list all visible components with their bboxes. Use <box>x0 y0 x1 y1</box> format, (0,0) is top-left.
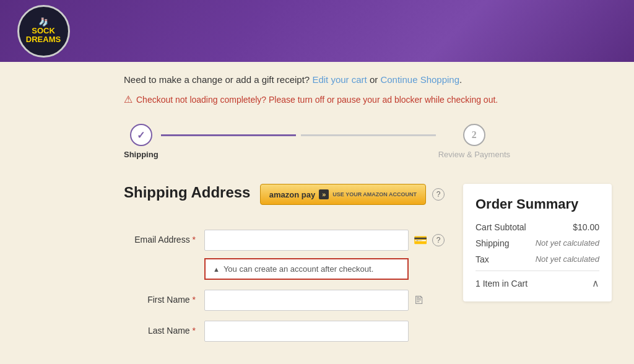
last-name-label: Last Name * <box>124 321 204 336</box>
logo-text: 🧦 SOCK DREAMS <box>26 18 61 45</box>
first-name-required-star: * <box>193 295 196 305</box>
left-section: Shipping Address amazon pay » USE YOUR A… <box>124 184 445 352</box>
cart-subtotal-label: Cart Subtotal <box>476 222 526 232</box>
logo-circle: 🧦 SOCK DREAMS <box>17 5 70 58</box>
step-1-number: ✓ <box>137 129 145 141</box>
cart-notice-or: or <box>370 74 378 85</box>
shipping-address-title: Shipping Address <box>124 184 250 201</box>
cart-notice-text-before: Need to make a change or add a gift rece… <box>124 74 310 85</box>
email-input-row: 💳 ? <box>204 230 445 251</box>
email-label: Email Address * <box>124 230 204 245</box>
first-name-field-wrapper: 🖹 <box>204 290 445 311</box>
email-help-button[interactable]: ? <box>432 234 445 246</box>
email-field-wrapper: 💳 ? ▲ You can create an account after ch… <box>204 230 445 280</box>
adblocker-warning-text: Checkout not loading completely? Please … <box>136 95 498 105</box>
amazon-logo-text: amazon pay <box>269 190 315 199</box>
adblocker-warning: ⚠ Checkout not loading completely? Pleas… <box>124 93 510 105</box>
logo-container: 🧦 SOCK DREAMS <box>12 6 74 56</box>
first-name-form-group: First Name * 🖹 <box>124 290 445 311</box>
email-required-star: * <box>193 235 196 245</box>
amazon-pay-help-button[interactable]: ? <box>432 188 445 201</box>
account-notice-text: You can create an account after checkout… <box>224 264 373 274</box>
step-1-circle: ✓ <box>130 124 152 146</box>
last-name-input-row <box>204 321 409 342</box>
continue-shopping-link[interactable]: Continue Shopping <box>380 74 459 85</box>
cart-subtotal-row: Cart Subtotal $10.00 <box>476 222 599 232</box>
site-header: 🧦 SOCK DREAMS <box>0 0 634 62</box>
cart-notice: Need to make a change or add a gift rece… <box>124 74 510 85</box>
email-card-icon: 💳 <box>414 233 427 247</box>
amazon-pay-subtext: USE YOUR AMAZON ACCOUNT <box>332 191 417 197</box>
first-name-person-icon: 🖹 <box>414 294 425 307</box>
shipping-row: Shipping Not yet calculated <box>476 238 599 248</box>
notice-arrow-icon: ▲ <box>213 266 220 273</box>
main-content: Need to make a change or add a gift rece… <box>0 62 634 364</box>
tax-label: Tax <box>476 254 489 264</box>
last-name-form-group: Last Name * <box>124 321 445 342</box>
cart-items-row[interactable]: 1 Item in Cart ∧ <box>476 277 599 289</box>
last-name-required-star: * <box>193 326 196 336</box>
cart-subtotal-value: $10.00 <box>573 222 599 232</box>
cart-items-chevron-icon[interactable]: ∧ <box>592 277 599 289</box>
edit-cart-link[interactable]: Edit your cart <box>312 74 367 85</box>
amazon-pay-button[interactable]: amazon pay » USE YOUR AMAZON ACCOUNT <box>260 184 426 205</box>
last-name-field-wrapper <box>204 321 445 342</box>
checkout-layout: Shipping Address amazon pay » USE YOUR A… <box>124 184 510 352</box>
cart-items-label: 1 Item in Cart <box>476 279 528 288</box>
email-form-group: Email Address * 💳 ? ▲ You can create an … <box>124 230 445 280</box>
tax-row: Tax Not yet calculated <box>476 254 599 264</box>
step-line-left <box>161 134 296 136</box>
amazon-pay-area: amazon pay » USE YOUR AMAZON ACCOUNT ? <box>260 184 445 205</box>
step-line-right <box>301 134 436 136</box>
shipping-value: Not yet calculated <box>536 238 599 248</box>
step-2-payments: 2 Review & Payments <box>438 124 510 159</box>
tax-value: Not yet calculated <box>536 254 599 264</box>
last-name-input[interactable] <box>204 321 409 342</box>
step-1-label: Shipping <box>124 150 158 159</box>
step-2-label: Review & Payments <box>438 150 510 159</box>
first-name-input[interactable] <box>204 290 409 311</box>
warning-icon: ⚠ <box>124 93 132 105</box>
cart-notice-period: . <box>459 74 462 85</box>
summary-divider <box>476 271 599 271</box>
step-2-number: 2 <box>472 129 477 141</box>
amazon-arrow-icon: » <box>319 189 329 199</box>
order-summary: Order Summary Cart Subtotal $10.00 Shipp… <box>463 184 612 301</box>
progress-steps: ✓ Shipping 2 Review & Payments <box>124 118 510 165</box>
step-1-shipping: ✓ Shipping <box>124 124 158 159</box>
email-input[interactable] <box>204 230 409 251</box>
order-summary-title: Order Summary <box>476 196 599 212</box>
first-name-input-row: 🖹 <box>204 290 425 311</box>
first-name-label: First Name * <box>124 290 204 305</box>
step-2-circle: 2 <box>463 124 485 146</box>
account-creation-notice: ▲ You can create an account after checko… <box>204 258 409 280</box>
shipping-label: Shipping <box>476 238 510 248</box>
